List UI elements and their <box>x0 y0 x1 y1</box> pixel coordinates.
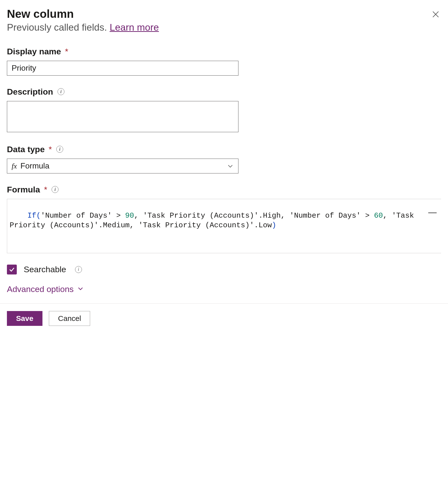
caret-marker <box>428 212 437 213</box>
save-button[interactable]: Save <box>7 311 42 326</box>
searchable-checkbox[interactable] <box>7 265 17 274</box>
formula-token: .Low <box>254 221 272 230</box>
formula-label-text: Formula <box>7 185 40 194</box>
info-icon: i <box>58 88 64 95</box>
panel-subtitle: Previously called fields. Learn more <box>7 22 441 33</box>
formula-token: 'Task Priority (Accounts)' <box>143 211 258 220</box>
formula-token: , <box>281 211 290 220</box>
formula-token: ) <box>272 221 276 230</box>
formula-token: , <box>134 211 143 220</box>
description-label: Description i <box>7 87 441 97</box>
advanced-options-toggle[interactable]: Advanced options <box>7 284 441 294</box>
data-type-value: Formula <box>20 161 49 170</box>
formula-token: ( <box>36 211 41 220</box>
data-type-select[interactable]: fx Formula <box>7 159 238 173</box>
info-icon: i <box>75 266 82 273</box>
panel-title: New column <box>7 7 441 21</box>
fx-icon: fx <box>12 162 17 170</box>
formula-token: .High <box>258 211 281 220</box>
formula-label: Formula * i <box>7 185 441 194</box>
description-input[interactable] <box>7 101 238 132</box>
info-icon: i <box>52 186 58 193</box>
searchable-label: Searchable <box>24 265 66 274</box>
formula-token: > <box>361 211 374 220</box>
info-icon: i <box>56 146 63 153</box>
data-type-label: Data type * i <box>7 145 441 154</box>
panel-subtitle-text: Previously called fields. <box>7 22 110 33</box>
required-asterisk: * <box>49 145 52 154</box>
close-button[interactable] <box>430 9 441 20</box>
formula-token: 'Number of Days' <box>41 211 112 220</box>
required-asterisk: * <box>44 185 47 194</box>
formula-token: 90 <box>125 211 134 220</box>
formula-token: 60 <box>374 211 383 220</box>
description-label-text: Description <box>7 87 53 97</box>
chevron-down-icon <box>227 163 234 169</box>
formula-token: , <box>130 221 138 230</box>
display-name-label-text: Display name <box>7 47 61 56</box>
advanced-options-label: Advanced options <box>7 284 74 294</box>
formula-token: .Medium <box>98 221 130 230</box>
formula-token: 'Number of Days' <box>290 211 361 220</box>
data-type-label-text: Data type <box>7 145 45 154</box>
required-asterisk: * <box>65 47 68 56</box>
formula-token: If <box>27 211 36 220</box>
formula-token: 'Task Priority (Accounts)' <box>138 221 254 230</box>
display-name-label: Display name * <box>7 47 441 56</box>
formula-token: , <box>383 211 392 220</box>
formula-editor[interactable]: If('Number of Days' > 90, 'Task Priority… <box>7 199 441 253</box>
chevron-down-icon <box>77 284 84 294</box>
footer-divider <box>0 303 448 304</box>
learn-more-link[interactable]: Learn more <box>110 22 159 33</box>
display-name-input[interactable] <box>7 61 238 76</box>
check-icon <box>9 266 15 273</box>
cancel-button[interactable]: Cancel <box>49 311 90 326</box>
formula-token: > <box>112 211 125 220</box>
close-icon <box>431 10 440 19</box>
